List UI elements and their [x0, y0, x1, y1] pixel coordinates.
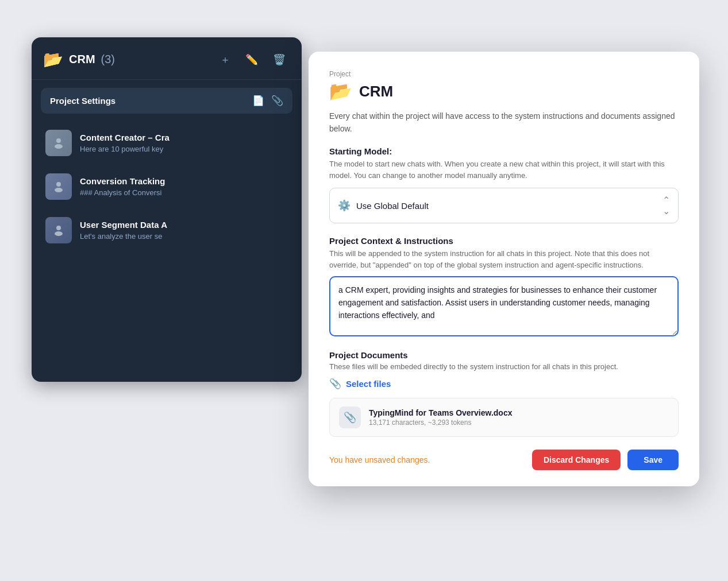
- chevron-down-icon: ⌃⌄: [662, 195, 670, 216]
- svg-point-3: [55, 188, 63, 192]
- discard-changes-button[interactable]: Discard Changes: [532, 450, 621, 470]
- chat-item[interactable]: User Segment Data A Let's analyze the us…: [38, 209, 295, 251]
- paperclip-icon: 📎: [329, 378, 341, 390]
- modal-project-header: 📂 CRM: [329, 80, 679, 102]
- starting-model-label: Starting Model:: [329, 146, 679, 156]
- docs-sublabel: These files will be embeded directly to …: [329, 362, 679, 371]
- doc-file-meta: 13,171 characters, ~3,293 tokens: [369, 419, 512, 427]
- add-chat-button[interactable]: ＋: [218, 51, 233, 69]
- save-button[interactable]: Save: [627, 450, 679, 470]
- docs-label: Project Documents: [329, 350, 679, 360]
- sidebar-actions: ＋ ✏️ 🗑️: [218, 51, 288, 69]
- chat-preview: Here are 10 powerful key: [80, 145, 288, 153]
- avatar: [45, 130, 72, 156]
- chat-preview: ### Analysis of Conversi: [80, 188, 288, 197]
- context-instructions-sublabel: This will be appended to the system inst…: [329, 248, 679, 270]
- doc-file-info: TypingMind for Teams Overview.docx 13,17…: [369, 408, 512, 427]
- project-label: Project: [329, 70, 679, 78]
- textarea-wrapper: [329, 276, 679, 350]
- select-files-button[interactable]: 📎 Select files: [329, 378, 391, 390]
- sidebar-header: 📂 CRM (3) ＋ ✏️ 🗑️: [32, 37, 302, 80]
- chip-icon: ⚙️: [338, 199, 350, 212]
- svg-point-5: [55, 231, 63, 236]
- doc-file-icon-wrapper: 📎: [339, 406, 361, 428]
- svg-point-4: [56, 226, 61, 230]
- doc-file-name: TypingMind for Teams Overview.docx: [369, 408, 512, 417]
- project-settings-label: Project Settings: [50, 96, 115, 106]
- sidebar-title: CRM: [69, 53, 95, 66]
- sidebar-panel: 📂 CRM (3) ＋ ✏️ 🗑️ Project Settings 📄 📎: [32, 37, 302, 382]
- sidebar-title-group: 📂 CRM (3): [43, 50, 115, 69]
- paperclip-icon: 📎: [271, 95, 283, 107]
- chat-preview: Let's analyze the user se: [80, 232, 288, 241]
- delete-button[interactable]: 🗑️: [271, 51, 288, 68]
- chat-item[interactable]: Conversion Tracking ### Analysis of Conv…: [38, 165, 295, 208]
- sidebar-count: (3): [101, 53, 115, 66]
- context-textarea[interactable]: [329, 276, 679, 336]
- modal-footer: You have unsaved changes. Discard Change…: [329, 447, 679, 470]
- chat-item[interactable]: Content Creator – Cra Here are 10 powerf…: [38, 122, 295, 164]
- chat-info: Content Creator – Cra Here are 10 powerf…: [80, 133, 288, 153]
- modal-description: Every chat within the project will have …: [329, 110, 679, 135]
- doc-file-card: 📎 TypingMind for Teams Overview.docx 13,…: [329, 398, 679, 437]
- chat-info: User Segment Data A Let's analyze the us…: [80, 220, 288, 241]
- svg-point-2: [56, 182, 61, 187]
- model-select[interactable]: ⚙️ Use Global Default ⌃⌄: [329, 188, 679, 223]
- unsaved-changes-text: You have unsaved changes.: [329, 455, 430, 464]
- chat-info: Conversion Tracking ### Analysis of Conv…: [80, 176, 288, 197]
- select-files-label: Select files: [346, 379, 391, 389]
- context-instructions-label: Project Context & Instructions: [329, 236, 679, 246]
- chat-list: Content Creator – Cra Here are 10 powerf…: [32, 122, 302, 251]
- avatar: [45, 217, 72, 243]
- modal-panel: Project 📂 CRM Every chat within the proj…: [309, 52, 699, 486]
- svg-point-0: [56, 138, 61, 143]
- svg-point-1: [55, 144, 63, 149]
- chat-name: Content Creator – Cra: [80, 133, 288, 142]
- model-select-value: Use Global Default: [356, 201, 657, 211]
- modal-folder-icon: 📂: [329, 80, 352, 102]
- starting-model-sublabel: The model to start new chats with. When …: [329, 158, 679, 181]
- chat-name: Conversion Tracking: [80, 176, 288, 186]
- modal-project-name: CRM: [359, 83, 393, 100]
- edit-button[interactable]: ✏️: [243, 51, 260, 68]
- project-settings-icons: 📄 📎: [252, 95, 283, 107]
- avatar: [45, 173, 72, 200]
- paperclip-icon: 📎: [344, 411, 356, 424]
- project-settings-bar[interactable]: Project Settings 📄 📎: [41, 88, 292, 114]
- document-icon: 📄: [252, 95, 264, 107]
- chat-name: User Segment Data A: [80, 220, 288, 230]
- folder-icon: 📂: [43, 50, 63, 69]
